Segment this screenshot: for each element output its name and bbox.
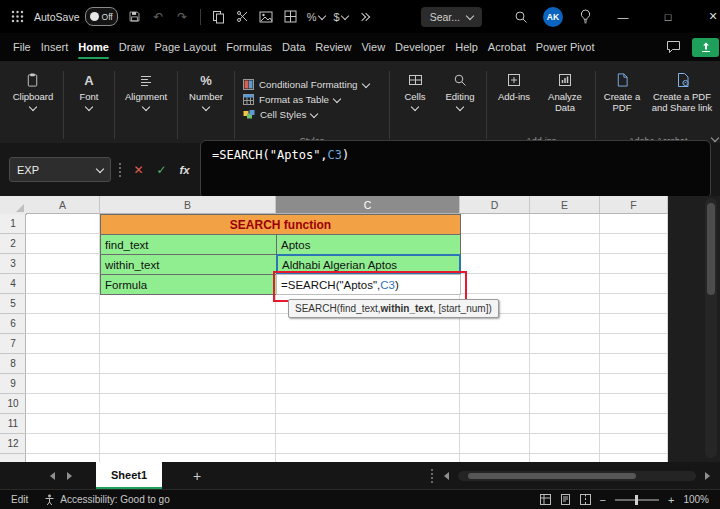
column-header-f[interactable]: F	[600, 196, 668, 214]
row-header-8[interactable]: 8	[0, 354, 26, 374]
menu-tab-formulas[interactable]: Formulas	[221, 33, 277, 61]
page-layout-view-icon[interactable]	[560, 494, 571, 505]
cells-button[interactable]: Cells	[404, 65, 425, 110]
normal-view-icon[interactable]	[540, 494, 551, 505]
copy-icon[interactable]	[211, 9, 226, 25]
comments-icon[interactable]	[666, 40, 681, 54]
zoom-slider[interactable]	[615, 499, 659, 501]
cell-b2-find-text-label[interactable]: find_text	[100, 234, 277, 255]
menu-tab-page-layout[interactable]: Page Layout	[149, 33, 221, 61]
minimize-button[interactable]: —	[608, 0, 638, 33]
search-icon[interactable]	[513, 9, 528, 25]
cell-c4-formula-editing[interactable]: =SEARCH("Aptos",C3)	[276, 274, 461, 295]
select-all-corner[interactable]	[0, 196, 27, 215]
menu-tab-insert[interactable]: Insert	[36, 33, 74, 61]
cancel-icon[interactable]: ✕	[131, 163, 146, 177]
maximize-button[interactable]: □	[653, 0, 683, 33]
avatar[interactable]: AK	[543, 7, 563, 27]
row-header-2[interactable]: 2	[0, 234, 26, 254]
row-header-10[interactable]: 10	[0, 394, 26, 414]
autosave-switch[interactable]: Off	[85, 7, 118, 26]
cell-styles-button[interactable]: Cell Styles	[243, 109, 391, 120]
sheet-tab-sheet1[interactable]: Sheet1	[96, 462, 162, 489]
analyze-data-button[interactable]: Analyze Data	[539, 65, 591, 114]
formula-input[interactable]: =SEARCH("Aptos",C3)	[200, 140, 711, 199]
cell-c2-find-text-value[interactable]: Aptos	[276, 234, 461, 255]
column-header-a[interactable]: A	[26, 196, 100, 214]
cell-b4-formula-label[interactable]: Formula	[100, 274, 277, 295]
undo-icon[interactable]: ↶	[151, 9, 166, 25]
cut-icon[interactable]	[235, 9, 250, 25]
number-button[interactable]: % Number	[189, 65, 223, 110]
scrollbar-grip[interactable]	[431, 469, 435, 483]
horizontal-scrollbar[interactable]	[458, 471, 696, 481]
column-header-e[interactable]: E	[530, 196, 600, 214]
menu-tab-review[interactable]: Review	[310, 33, 356, 61]
editing-button[interactable]: Editing	[445, 65, 474, 110]
row-header-11[interactable]: 11	[0, 414, 26, 434]
row-header-12[interactable]: 12	[0, 434, 26, 454]
horizontal-scrollbar-thumb[interactable]	[468, 473, 636, 479]
alignment-button[interactable]: Alignment	[125, 65, 167, 110]
menu-tab-view[interactable]: View	[356, 33, 390, 61]
page-break-view-icon[interactable]	[580, 494, 591, 505]
enter-icon[interactable]: ✓	[154, 163, 169, 177]
menu-tab-acrobat[interactable]: Acrobat	[483, 33, 531, 61]
zoom-level[interactable]: 100%	[683, 494, 709, 505]
menu-tab-help[interactable]: Help	[450, 33, 483, 61]
search-box[interactable]: Sear...	[421, 7, 482, 27]
more-commands-icon[interactable]	[357, 9, 372, 25]
row-header-1[interactable]: 1	[0, 214, 26, 234]
add-sheet-button[interactable]: +	[188, 467, 206, 485]
menu-tab-data[interactable]: Data	[277, 33, 310, 61]
borders-icon[interactable]	[283, 9, 298, 25]
insert-function-icon[interactable]: fx	[177, 164, 192, 176]
percent-style-button[interactable]: %	[307, 11, 325, 23]
menu-tab-draw[interactable]: Draw	[114, 33, 150, 61]
clipboard-button[interactable]: Clipboard	[13, 65, 54, 110]
zoom-out-button[interactable]: −	[600, 494, 606, 506]
apps-grid-icon[interactable]	[10, 9, 25, 25]
autosave-toggle[interactable]: AutoSave Off	[34, 7, 118, 26]
conditional-formatting-button[interactable]: Conditional Formatting	[243, 79, 391, 90]
row-header-6[interactable]: 6	[0, 314, 26, 334]
cell-b3-within-text-label[interactable]: within_text	[100, 254, 277, 275]
row-header-5[interactable]: 5	[0, 294, 26, 314]
vertical-scrollbar[interactable]	[705, 198, 717, 458]
scroll-left-icon[interactable]	[444, 472, 449, 480]
add-ins-button[interactable]: Add-ins	[491, 65, 537, 103]
share-button[interactable]	[692, 38, 719, 57]
menu-tab-file[interactable]: File	[8, 33, 36, 61]
name-box[interactable]: EXP	[9, 157, 111, 182]
column-header-b[interactable]: B	[100, 196, 276, 214]
worksheet-grid[interactable]: A B C D E F 1 2 3 4 5 6 7 8 9 10 11 12 S…	[0, 196, 720, 462]
save-icon[interactable]	[127, 9, 142, 25]
menu-tab-developer[interactable]: Developer	[390, 33, 450, 61]
menu-tab-home[interactable]: Home	[73, 33, 114, 61]
zoom-slider-thumb[interactable]	[635, 495, 638, 505]
tab-scroll-right-icon[interactable]	[67, 472, 72, 480]
create-pdf-share-button[interactable]: Create a PDF and Share link	[647, 65, 717, 114]
row-header-4[interactable]: 4	[0, 274, 26, 294]
zoom-in-button[interactable]: +	[668, 494, 674, 506]
format-as-table-button[interactable]: Format as Table	[243, 94, 391, 105]
picture-icon[interactable]	[259, 9, 274, 25]
menu-tab-power-pivot[interactable]: Power Pivot	[531, 33, 600, 61]
row-header-7[interactable]: 7	[0, 334, 26, 354]
row-header-9[interactable]: 9	[0, 374, 26, 394]
accessibility-status[interactable]: Accessibility: Good to go	[44, 494, 170, 506]
font-button[interactable]: A Font	[79, 65, 98, 110]
cell-c3-within-text-value[interactable]: Aldhabi Algerian Aptos	[276, 254, 461, 275]
column-header-d[interactable]: D	[460, 196, 530, 214]
close-button[interactable]: ✕	[698, 0, 720, 33]
create-pdf-button[interactable]: Create a PDF	[599, 65, 645, 114]
row-header-3[interactable]: 3	[0, 254, 26, 274]
vertical-scrollbar-thumb[interactable]	[707, 203, 715, 295]
scroll-right-icon[interactable]	[705, 472, 710, 480]
column-header-c[interactable]: C	[276, 196, 460, 214]
tab-scroll-left-icon[interactable]	[50, 472, 55, 480]
lightbulb-icon[interactable]	[578, 9, 593, 25]
redo-icon[interactable]: ↷	[175, 9, 190, 25]
cell-b1-title[interactable]: SEARCH function	[100, 214, 461, 235]
currency-style-button[interactable]: $	[334, 11, 348, 23]
